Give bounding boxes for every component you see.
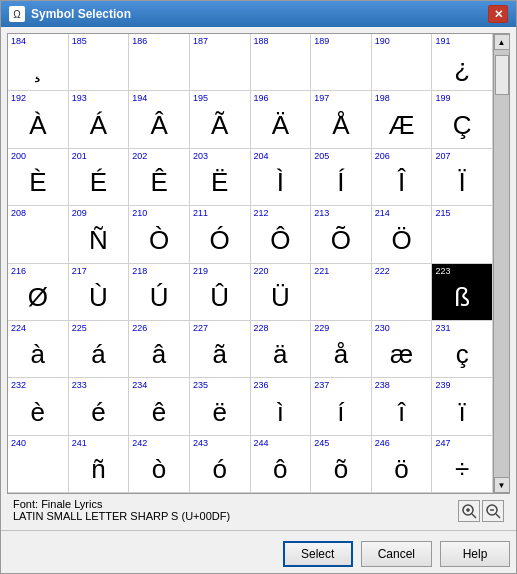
cell-char: Ò <box>132 219 186 261</box>
cell-number: 198 <box>375 93 429 104</box>
symbol-cell-185[interactable]: 185 <box>69 34 130 91</box>
symbol-cell-204[interactable]: 204Ì <box>251 149 312 206</box>
symbol-cell-239[interactable]: 239ï <box>432 378 493 435</box>
symbol-cell-217[interactable]: 217Ù <box>69 264 130 321</box>
cell-char: Ï <box>435 162 489 204</box>
symbol-cell-224[interactable]: 224à <box>8 321 69 378</box>
cell-char: í <box>314 391 368 433</box>
symbol-cell-230[interactable]: 230æ <box>372 321 433 378</box>
symbol-cell-208[interactable]: 208 <box>8 206 69 263</box>
symbol-cell-192[interactable]: 192À <box>8 91 69 148</box>
symbol-cell-226[interactable]: 226â <box>129 321 190 378</box>
scroll-thumb[interactable] <box>495 55 509 95</box>
zoom-in-button[interactable] <box>458 500 480 522</box>
symbol-cell-202[interactable]: 202Ê <box>129 149 190 206</box>
symbol-cell-205[interactable]: 205Í <box>311 149 372 206</box>
cell-number: 215 <box>435 208 489 219</box>
symbol-cell-209[interactable]: 209Ñ <box>69 206 130 263</box>
symbol-cell-243[interactable]: 243ó <box>190 436 251 493</box>
cell-number: 196 <box>254 93 308 104</box>
cell-number: 233 <box>72 380 126 391</box>
symbol-cell-197[interactable]: 197Å <box>311 91 372 148</box>
symbol-cell-194[interactable]: 194Â <box>129 91 190 148</box>
symbol-cell-246[interactable]: 246ö <box>372 436 433 493</box>
symbol-cell-233[interactable]: 233é <box>69 378 130 435</box>
symbol-cell-241[interactable]: 241ñ <box>69 436 130 493</box>
symbol-cell-201[interactable]: 201É <box>69 149 130 206</box>
symbol-cell-188[interactable]: 188 <box>251 34 312 91</box>
symbol-cell-186[interactable]: 186 <box>129 34 190 91</box>
symbol-cell-187[interactable]: 187 <box>190 34 251 91</box>
cell-number: 187 <box>193 36 247 47</box>
close-button[interactable]: ✕ <box>488 5 508 23</box>
symbol-cell-195[interactable]: 195Ã <box>190 91 251 148</box>
cell-char <box>314 47 368 89</box>
symbol-cell-231[interactable]: 231ç <box>432 321 493 378</box>
cell-number: 210 <box>132 208 186 219</box>
divider <box>1 530 516 531</box>
symbol-cell-215[interactable]: 215 <box>432 206 493 263</box>
symbol-cell-191[interactable]: 191¿ <box>432 34 493 91</box>
cell-char <box>435 219 489 261</box>
symbol-cell-216[interactable]: 216Ø <box>8 264 69 321</box>
symbol-cell-206[interactable]: 206Î <box>372 149 433 206</box>
cell-number: 194 <box>132 93 186 104</box>
cell-char: é <box>72 391 126 433</box>
cell-char: Ù <box>72 276 126 318</box>
cancel-button[interactable]: Cancel <box>361 541 432 567</box>
symbol-cell-210[interactable]: 210Ò <box>129 206 190 263</box>
help-button[interactable]: Help <box>440 541 510 567</box>
cell-number: 230 <box>375 323 429 334</box>
symbol-cell-235[interactable]: 235ë <box>190 378 251 435</box>
symbol-cell-221[interactable]: 221 <box>311 264 372 321</box>
cell-char: à <box>11 334 65 376</box>
symbol-cell-229[interactable]: 229å <box>311 321 372 378</box>
symbol-cell-227[interactable]: 227ã <box>190 321 251 378</box>
symbol-cell-228[interactable]: 228ä <box>251 321 312 378</box>
symbol-cell-193[interactable]: 193Á <box>69 91 130 148</box>
symbol-cell-245[interactable]: 245õ <box>311 436 372 493</box>
cell-number: 220 <box>254 266 308 277</box>
symbol-cell-242[interactable]: 242ò <box>129 436 190 493</box>
cell-number: 236 <box>254 380 308 391</box>
cell-char: Å <box>314 104 368 146</box>
symbol-cell-225[interactable]: 225á <box>69 321 130 378</box>
symbol-cell-207[interactable]: 207Ï <box>432 149 493 206</box>
symbol-cell-212[interactable]: 212Ô <box>251 206 312 263</box>
cell-char: ô <box>254 448 308 490</box>
symbol-cell-198[interactable]: 198Æ <box>372 91 433 148</box>
cell-char: Í <box>314 162 368 204</box>
symbol-cell-200[interactable]: 200È <box>8 149 69 206</box>
symbol-cell-189[interactable]: 189 <box>311 34 372 91</box>
symbol-cell-244[interactable]: 244ô <box>251 436 312 493</box>
cell-char: ÷ <box>435 448 489 490</box>
symbol-cell-240[interactable]: 240 <box>8 436 69 493</box>
symbol-cell-238[interactable]: 238î <box>372 378 433 435</box>
symbol-cell-222[interactable]: 222 <box>372 264 433 321</box>
symbol-cell-219[interactable]: 219Û <box>190 264 251 321</box>
symbol-cell-232[interactable]: 232è <box>8 378 69 435</box>
symbol-cell-247[interactable]: 247÷ <box>432 436 493 493</box>
symbol-cell-184[interactable]: 184¸ <box>8 34 69 91</box>
symbol-cell-211[interactable]: 211Ó <box>190 206 251 263</box>
cell-number: 204 <box>254 151 308 162</box>
symbol-cell-203[interactable]: 203Ë <box>190 149 251 206</box>
symbol-cell-237[interactable]: 237í <box>311 378 372 435</box>
symbol-cell-190[interactable]: 190 <box>372 34 433 91</box>
select-button[interactable]: Select <box>283 541 353 567</box>
symbol-cell-218[interactable]: 218Ú <box>129 264 190 321</box>
cell-number: 193 <box>72 93 126 104</box>
scroll-down-button[interactable]: ▼ <box>494 477 510 493</box>
symbol-cell-223[interactable]: 223ß <box>432 264 493 321</box>
scroll-up-button[interactable]: ▲ <box>494 34 510 50</box>
cell-number: 245 <box>314 438 368 449</box>
symbol-cell-236[interactable]: 236ì <box>251 378 312 435</box>
symbol-cell-196[interactable]: 196Ä <box>251 91 312 148</box>
symbol-cell-234[interactable]: 234ê <box>129 378 190 435</box>
cell-char: Ö <box>375 219 429 261</box>
symbol-cell-213[interactable]: 213Õ <box>311 206 372 263</box>
symbol-cell-199[interactable]: 199Ç <box>432 91 493 148</box>
symbol-cell-220[interactable]: 220Ü <box>251 264 312 321</box>
symbol-cell-214[interactable]: 214Ö <box>372 206 433 263</box>
zoom-out-button[interactable] <box>482 500 504 522</box>
